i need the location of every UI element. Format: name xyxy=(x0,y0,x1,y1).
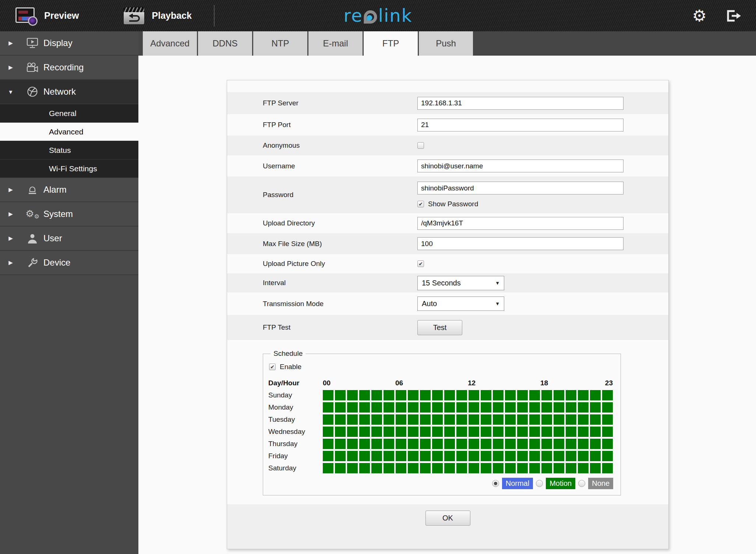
schedule-cell[interactable] xyxy=(396,414,406,425)
schedule-cell[interactable] xyxy=(408,402,418,413)
schedule-cell[interactable] xyxy=(566,451,576,461)
schedule-cell[interactable] xyxy=(432,402,443,413)
schedule-cell[interactable] xyxy=(505,427,516,437)
schedule-cell[interactable] xyxy=(602,414,613,425)
ok-button[interactable]: OK xyxy=(425,511,470,526)
max-file-size-input[interactable] xyxy=(417,237,623,250)
schedule-cell[interactable] xyxy=(384,451,394,461)
schedule-cell[interactable] xyxy=(359,463,370,473)
schedule-cell[interactable] xyxy=(602,439,613,449)
schedule-cell[interactable] xyxy=(481,451,491,461)
schedule-cell[interactable] xyxy=(541,427,552,437)
schedule-cell[interactable] xyxy=(347,390,358,400)
sidebar-item-display[interactable]: ▶ Display xyxy=(0,31,138,56)
brush-radio-none[interactable] xyxy=(578,480,585,487)
schedule-cell[interactable] xyxy=(469,414,479,425)
schedule-cell[interactable] xyxy=(335,427,346,437)
schedule-cell[interactable] xyxy=(335,402,346,413)
schedule-cell[interactable] xyxy=(469,390,479,400)
schedule-cell[interactable] xyxy=(359,451,370,461)
schedule-cell[interactable] xyxy=(481,402,491,413)
schedule-cell[interactable] xyxy=(517,463,528,473)
schedule-cell[interactable] xyxy=(371,439,382,449)
sidebar-item-advanced[interactable]: Advanced xyxy=(0,123,138,141)
tab-email[interactable]: E-mail xyxy=(308,31,363,56)
schedule-cell[interactable] xyxy=(323,402,333,413)
schedule-cell[interactable] xyxy=(590,439,601,449)
test-button[interactable]: Test xyxy=(417,320,462,335)
schedule-cell[interactable] xyxy=(493,414,504,425)
schedule-cell[interactable] xyxy=(396,402,406,413)
schedule-cell[interactable] xyxy=(529,451,540,461)
schedule-cell[interactable] xyxy=(323,463,333,473)
schedule-cell[interactable] xyxy=(554,414,564,425)
schedule-cell[interactable] xyxy=(541,451,552,461)
schedule-cell[interactable] xyxy=(420,414,431,425)
schedule-cell[interactable] xyxy=(602,427,613,437)
tab-ddns[interactable]: DDNS xyxy=(198,31,252,56)
schedule-cell[interactable] xyxy=(432,439,443,449)
preview-button[interactable]: Preview xyxy=(15,7,79,25)
schedule-cell[interactable] xyxy=(359,390,370,400)
schedule-cell[interactable] xyxy=(517,439,528,449)
schedule-cell[interactable] xyxy=(554,427,564,437)
schedule-cell[interactable] xyxy=(359,427,370,437)
schedule-cell[interactable] xyxy=(456,390,467,400)
transmission-mode-select[interactable]: Auto ▼ xyxy=(417,297,504,311)
schedule-cell[interactable] xyxy=(384,439,394,449)
sidebar-item-recording[interactable]: ▶ Recording xyxy=(0,56,138,80)
schedule-cell[interactable] xyxy=(517,402,528,413)
schedule-cell[interactable] xyxy=(408,463,418,473)
schedule-cell[interactable] xyxy=(432,451,443,461)
schedule-cell[interactable] xyxy=(578,402,589,413)
schedule-cell[interactable] xyxy=(335,390,346,400)
schedule-cell[interactable] xyxy=(420,427,431,437)
schedule-cell[interactable] xyxy=(517,427,528,437)
schedule-cell[interactable] xyxy=(493,463,504,473)
schedule-cell[interactable] xyxy=(566,439,576,449)
schedule-cell[interactable] xyxy=(335,463,346,473)
schedule-cell[interactable] xyxy=(359,402,370,413)
schedule-cell[interactable] xyxy=(578,427,589,437)
brush-label-none[interactable]: None xyxy=(588,478,613,489)
schedule-cell[interactable] xyxy=(371,414,382,425)
schedule-cell[interactable] xyxy=(590,390,601,400)
schedule-cell[interactable] xyxy=(566,402,576,413)
schedule-cell[interactable] xyxy=(456,414,467,425)
schedule-cell[interactable] xyxy=(602,390,613,400)
schedule-cell[interactable] xyxy=(493,402,504,413)
show-password-checkbox[interactable] xyxy=(417,201,424,207)
schedule-cell[interactable] xyxy=(505,414,516,425)
schedule-cell[interactable] xyxy=(566,463,576,473)
schedule-cell[interactable] xyxy=(469,451,479,461)
schedule-cell[interactable] xyxy=(541,414,552,425)
schedule-cell[interactable] xyxy=(371,427,382,437)
schedule-cell[interactable] xyxy=(420,390,431,400)
schedule-cell[interactable] xyxy=(408,390,418,400)
brush-radio-normal[interactable] xyxy=(492,480,499,487)
schedule-cell[interactable] xyxy=(469,439,479,449)
schedule-cell[interactable] xyxy=(323,414,333,425)
schedule-cell[interactable] xyxy=(505,439,516,449)
schedule-cell[interactable] xyxy=(456,463,467,473)
schedule-cell[interactable] xyxy=(602,451,613,461)
schedule-cell[interactable] xyxy=(359,414,370,425)
password-input[interactable] xyxy=(417,182,623,194)
schedule-cell[interactable] xyxy=(384,402,394,413)
tab-ntp[interactable]: NTP xyxy=(253,31,307,56)
schedule-cell[interactable] xyxy=(541,439,552,449)
schedule-cell[interactable] xyxy=(335,439,346,449)
schedule-cell[interactable] xyxy=(408,451,418,461)
schedule-cell[interactable] xyxy=(469,463,479,473)
sidebar-item-alarm[interactable]: ▶ Alarm xyxy=(0,178,138,202)
schedule-cell[interactable] xyxy=(469,427,479,437)
ftp-server-input[interactable] xyxy=(417,97,623,110)
sidebar-item-general[interactable]: General xyxy=(0,104,138,123)
schedule-cell[interactable] xyxy=(505,390,516,400)
schedule-cell[interactable] xyxy=(517,390,528,400)
schedule-cell[interactable] xyxy=(529,439,540,449)
schedule-cell[interactable] xyxy=(396,451,406,461)
schedule-cell[interactable] xyxy=(590,463,601,473)
schedule-cell[interactable] xyxy=(481,390,491,400)
schedule-cell[interactable] xyxy=(481,439,491,449)
